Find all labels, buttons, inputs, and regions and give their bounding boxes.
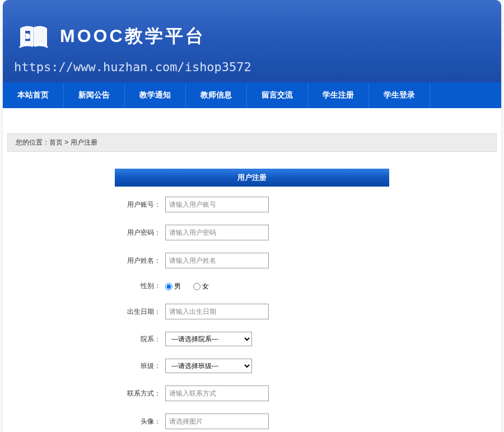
password-input[interactable] <box>165 225 269 240</box>
label-realname: 用户姓名： <box>112 256 165 266</box>
main-navbar: 本站首页 新闻公告 教学通知 教师信息 留言交流 学生注册 学生登录 <box>3 82 501 108</box>
nav-register[interactable]: 学生注册 <box>308 82 369 108</box>
page-header: B MOOC教学平台 https://www.huzhan.com/ishop3… <box>3 0 501 82</box>
username-input[interactable] <box>165 197 269 212</box>
label-class: 班级： <box>112 361 165 371</box>
avatar-input[interactable] <box>165 414 269 429</box>
label-birth: 出生日期： <box>112 307 165 317</box>
nav-notice[interactable]: 教学通知 <box>125 82 186 108</box>
label-contact: 联系方式： <box>112 389 165 398</box>
breadcrumb-current: 用户注册 <box>71 138 97 146</box>
contact-input[interactable] <box>165 385 269 401</box>
book-logo-icon: B <box>14 20 53 53</box>
form-title: 用户注册 <box>115 169 389 187</box>
nav-message[interactable]: 留言交流 <box>247 82 308 108</box>
nav-home[interactable]: 本站首页 <box>3 82 64 108</box>
nav-news[interactable]: 新闻公告 <box>64 82 125 108</box>
breadcrumb: 您的位置：首页 > 用户注册 <box>7 133 497 152</box>
gender-female-label[interactable]: 女 <box>193 282 209 290</box>
watermark-url: https://www.huzhan.com/ishop3572 <box>14 60 490 74</box>
label-password: 用户密码： <box>112 228 165 238</box>
gender-female-radio[interactable] <box>193 283 200 290</box>
realname-input[interactable] <box>165 253 269 268</box>
label-gender: 性别： <box>112 281 165 291</box>
label-dept: 院系： <box>112 335 165 344</box>
nav-teacher[interactable]: 教师信息 <box>186 82 247 108</box>
class-select[interactable]: ---请选择班级--- <box>165 359 252 373</box>
site-title: MOOC教学平台 <box>60 24 206 49</box>
dept-select[interactable]: ---请选择院系--- <box>165 332 252 346</box>
nav-login[interactable]: 学生登录 <box>369 82 430 108</box>
svg-text:B: B <box>25 32 29 39</box>
label-avatar: 头像： <box>112 417 165 426</box>
gender-male-label[interactable]: 男 <box>165 282 181 290</box>
gender-male-radio[interactable] <box>165 283 172 290</box>
breadcrumb-prefix: 您的位置： <box>16 138 49 146</box>
breadcrumb-sep: > <box>63 138 71 146</box>
birth-input[interactable] <box>165 304 269 319</box>
breadcrumb-home-link[interactable]: 首页 <box>49 138 63 146</box>
label-username: 用户账号： <box>112 200 165 210</box>
